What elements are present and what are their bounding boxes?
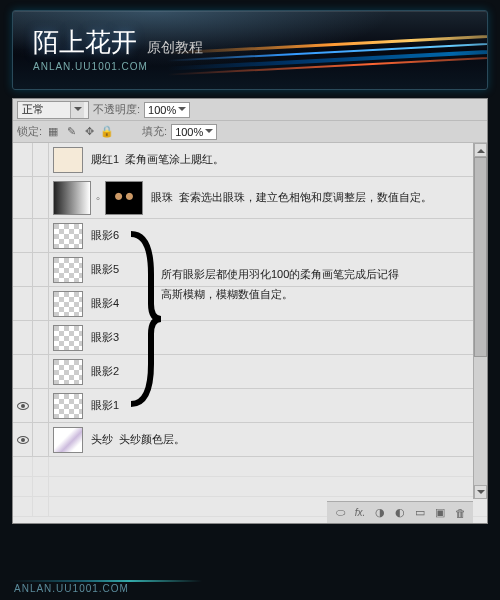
layer-row[interactable]: ◦ 眼珠 套索选出眼珠，建立色相饱和度调整层，数值自定。 [13, 177, 487, 219]
visibility-toggle[interactable] [13, 321, 33, 354]
lock-all-icon[interactable]: 🔒 [100, 125, 114, 139]
layers-list: 腮红1 柔角画笔涂上腮红。 ◦ 眼珠 套索选出眼珠，建立色相饱和度调整层，数值自… [13, 143, 487, 523]
layer-row[interactable]: 眼影2 [13, 355, 487, 389]
link-icon[interactable]: ⬭ [333, 506, 347, 520]
layer-name: 眼影2 [91, 364, 119, 379]
layer-thumb[interactable] [53, 223, 83, 249]
layer-desc: 柔角画笔涂上腮红。 [125, 152, 224, 167]
lock-transparent-icon[interactable]: ▦ [46, 125, 60, 139]
trash-icon[interactable]: 🗑 [453, 506, 467, 520]
scroll-up-icon[interactable] [474, 143, 487, 157]
blend-mode-select[interactable]: 正常 [17, 101, 89, 119]
layer-name: 腮红1 [91, 152, 119, 167]
layer-desc: 套索选出眼珠，建立色相饱和度调整层，数值自定。 [179, 190, 432, 205]
group-icon[interactable]: ▭ [413, 506, 427, 520]
layer-row[interactable]: 眼影3 [13, 321, 487, 355]
layer-desc: 头纱颜色层。 [119, 432, 185, 447]
layer-name: 眼影1 [91, 398, 119, 413]
layer-name: 眼影3 [91, 330, 119, 345]
visibility-toggle[interactable] [13, 219, 33, 252]
eye-icon [17, 402, 29, 410]
lock-label: 锁定: [17, 124, 42, 139]
visibility-toggle[interactable] [13, 287, 33, 320]
banner-title: 陌上花开 [33, 25, 137, 60]
lock-brush-icon[interactable]: ✎ [64, 125, 78, 139]
visibility-toggle[interactable] [13, 355, 33, 388]
layer-thumb[interactable] [53, 325, 83, 351]
layer-thumb[interactable] [53, 147, 83, 173]
eye-icon [17, 436, 29, 444]
blend-row: 正常 不透明度: 100% [13, 99, 487, 121]
visibility-toggle[interactable] [13, 423, 33, 456]
fill-label: 填充: [142, 124, 167, 139]
banner-url: ANLAN.UU1001.COM [33, 61, 148, 72]
layer-row[interactable]: 头纱头纱颜色层。 [13, 423, 487, 457]
visibility-toggle[interactable] [13, 177, 33, 218]
visibility-toggle[interactable] [13, 389, 33, 422]
scroll-down-icon[interactable] [474, 485, 487, 499]
scroll-thumb[interactable] [474, 157, 487, 357]
scrollbar[interactable] [473, 143, 487, 499]
annotation-text: 所有眼影层都使用羽化100的柔角画笔完成后记得 高斯模糊，模糊数值自定。 [161, 265, 401, 305]
opacity-label: 不透明度: [93, 102, 140, 117]
mask-icon[interactable]: ◑ [373, 506, 387, 520]
blend-mode-value: 正常 [22, 102, 44, 117]
chevron-down-icon [70, 102, 84, 118]
header-banner: 陌上花开 原创教程 ANLAN.UU1001.COM [12, 10, 488, 90]
layer-name: 头纱 [91, 432, 113, 447]
visibility-toggle[interactable] [13, 143, 33, 176]
layer-row[interactable]: 腮红1 柔角画笔涂上腮红。 [13, 143, 487, 177]
visibility-toggle[interactable] [13, 253, 33, 286]
layer-thumb[interactable] [53, 359, 83, 385]
fx-icon[interactable]: fx. [353, 506, 367, 520]
layer-name: 眼影4 [91, 296, 119, 311]
lock-move-icon[interactable]: ✥ [82, 125, 96, 139]
layer-thumb[interactable] [53, 181, 91, 215]
layer-thumb[interactable] [53, 427, 83, 453]
adjustment-icon[interactable]: ◐ [393, 506, 407, 520]
fill-input[interactable]: 100% [171, 124, 217, 140]
layer-thumb[interactable] [53, 393, 83, 419]
banner-subtitle: 原创教程 [147, 39, 203, 57]
layer-name: 眼珠 [151, 190, 173, 205]
lock-row: 锁定: ▦ ✎ ✥ 🔒 填充: 100% [13, 121, 487, 143]
new-layer-icon[interactable]: ▣ [433, 506, 447, 520]
layer-row[interactable]: 眼影6 [13, 219, 487, 253]
layers-panel: 正常 不透明度: 100% 锁定: ▦ ✎ ✥ 🔒 填充: 100% 腮红1 柔… [12, 98, 488, 524]
layer-thumb[interactable] [53, 257, 83, 283]
opacity-input[interactable]: 100% [144, 102, 190, 118]
brace-icon [121, 229, 161, 411]
layer-row[interactable]: 眼影1 [13, 389, 487, 423]
layer-thumb[interactable] [53, 291, 83, 317]
panel-footer: ⬭ fx. ◑ ◐ ▭ ▣ 🗑 [327, 501, 473, 523]
footer-url: ANLAN.UU1001.COM [14, 583, 129, 594]
layer-mask-thumb[interactable] [105, 181, 143, 215]
layer-name: 眼影6 [91, 228, 119, 243]
layer-name: 眼影5 [91, 262, 119, 277]
